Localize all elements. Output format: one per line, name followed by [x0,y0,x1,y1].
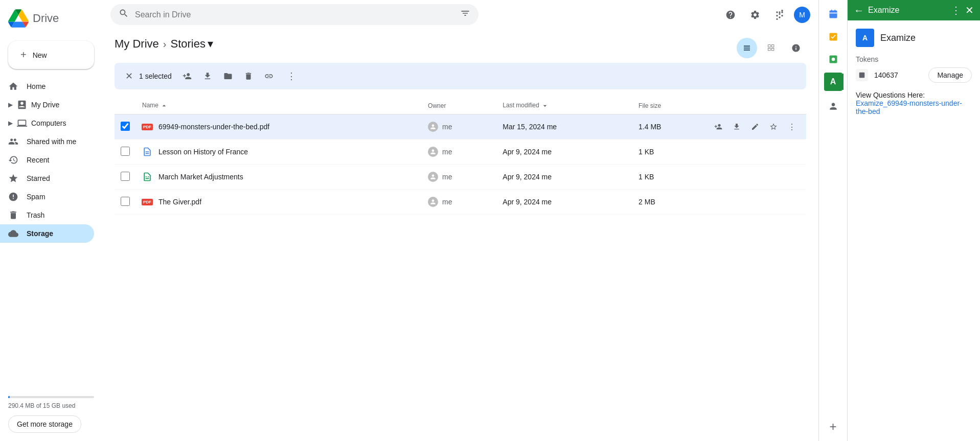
star-row-button[interactable] [765,169,782,185]
my-drive-icon [17,100,27,110]
panel-link[interactable]: Examize_69949-monsters-under-the-bed [856,99,962,115]
sidebar-item-my-drive[interactable]: ▶ My Drive [0,96,94,114]
breadcrumb-parent[interactable]: My Drive [115,37,159,51]
get-more-storage-button[interactable]: Get more storage [8,415,81,433]
file-table: Name Owner Last modified File size [115,98,806,215]
share-row-button[interactable] [710,194,726,210]
download-row-button[interactable] [728,194,745,210]
breadcrumb: My Drive › Stories ▾ [115,37,213,51]
link-action-button[interactable] [260,67,278,85]
grid-view-button[interactable] [761,38,782,58]
selection-toolbar: ✕ 1 selected ⋮ [115,63,806,89]
more-row-button[interactable]: ⋮ [784,144,800,160]
panel-more-button[interactable]: ⋮ [951,4,961,16]
edit-row-button[interactable] [747,194,763,210]
content-area: My Drive › Stories ▾ ✕ [102,29,818,441]
search-bar[interactable] [110,4,478,25]
panel-link-section: View Questions Here: Examize_69949-monst… [856,91,972,115]
more-actions-button[interactable]: ⋮ [282,67,301,85]
deselect-button[interactable]: ✕ [121,68,137,84]
manage-button[interactable]: Manage [928,67,972,83]
shared-icon [8,136,18,147]
col-name[interactable]: Name [136,98,422,114]
breadcrumb-current[interactable]: Stories ▾ [170,37,213,51]
calendar-side-button[interactable] [823,4,844,25]
info-button[interactable] [786,38,806,58]
tokens-value: 140637 [874,71,922,79]
tokens-row: 140637 Manage [856,67,972,83]
contacts-side-button[interactable] [823,96,844,117]
file-name: March Market Adjustments [158,173,243,181]
file-row-actions: ⋮ [704,190,806,215]
share-action-button[interactable] [178,67,196,85]
panel-close-button[interactable]: ✕ [965,4,974,16]
share-row-button[interactable] [710,119,726,135]
settings-button[interactable] [745,5,765,25]
edit-row-button[interactable] [747,119,763,135]
share-row-button[interactable] [710,144,726,160]
sidebar-item-trash[interactable]: Trash [0,206,94,224]
apps-button[interactable] [769,5,790,25]
file-checkbox[interactable] [121,172,130,181]
col-modified[interactable]: Last modified [496,98,632,114]
table-row[interactable]: March Market Adjustments me Apr 9, 2024 … [115,165,806,190]
table-row[interactable]: PDF The Giver.pdf me Apr 9, 2024 me 2 MB [115,190,806,215]
download-row-button[interactable] [728,119,745,135]
star-row-button[interactable] [765,119,782,135]
keep-side-button[interactable] [823,49,844,69]
col-owner[interactable]: Owner [422,98,496,114]
more-row-button[interactable]: ⋮ [784,119,800,135]
breadcrumb-row: My Drive › Stories ▾ [115,37,806,59]
new-button-label: New [33,51,47,59]
sidebar-item-home[interactable]: Home [0,77,94,96]
file-size-cell: 1 KB [632,140,704,165]
examize-side-button[interactable]: A [823,72,844,92]
move-action-button[interactable] [219,67,237,85]
edit-row-button[interactable] [747,144,763,160]
sidebar: Drive + New Home ▶ My Drive ▶ Computers [0,0,102,441]
list-view-button[interactable] [737,38,757,58]
share-row-button[interactable] [710,169,726,185]
file-name-cell: Lesson on History of France [136,140,422,165]
download-row-button[interactable] [728,169,745,185]
sidebar-item-home-label: Home [27,82,45,90]
file-checkbox[interactable] [121,122,130,131]
svg-rect-1 [829,13,837,14]
svg-rect-2 [831,10,832,11]
sidebar-item-storage[interactable]: Storage [0,224,94,243]
storage-bar-fill [8,396,10,398]
new-button[interactable]: + New [8,41,94,69]
sidebar-item-shared-with-me[interactable]: Shared with me [0,132,94,151]
sidebar-item-spam[interactable]: Spam [0,188,94,206]
table-row[interactable]: Lesson on History of France me Apr 9, 20… [115,140,806,165]
edit-row-button[interactable] [747,169,763,185]
delete-action-button[interactable] [239,67,258,85]
file-row-actions: ⋮ [704,140,806,165]
breadcrumb-current-label: Stories [170,37,205,51]
help-button[interactable] [720,5,741,25]
panel-view-questions-text: View Questions Here: [856,91,925,99]
search-input[interactable] [135,10,454,19]
download-row-button[interactable] [728,144,745,160]
avatar[interactable]: M [794,7,810,23]
sidebar-item-starred[interactable]: Starred [0,169,94,188]
sidebar-item-recent[interactable]: Recent [0,151,94,169]
panel-title: Examize [868,6,947,15]
filter-icon[interactable] [460,8,470,21]
star-row-button[interactable] [765,144,782,160]
file-owner: me [442,123,452,131]
download-action-button[interactable] [198,67,217,85]
panel-back-button[interactable]: ← [854,5,864,16]
file-checkbox[interactable] [121,197,130,206]
more-row-button[interactable]: ⋮ [784,194,800,210]
file-modified: Apr 9, 2024 me [503,198,552,206]
file-checkbox[interactable] [121,147,130,156]
file-checkbox-cell [115,140,136,165]
table-row[interactable]: PDF 69949-monsters-under-the-bed.pdf me … [115,114,806,140]
add-side-button[interactable]: + [823,416,844,437]
col-size[interactable]: File size [632,98,704,114]
more-row-button[interactable]: ⋮ [784,169,800,185]
star-row-button[interactable] [765,194,782,210]
tasks-side-button[interactable] [823,27,844,47]
sidebar-item-computers[interactable]: ▶ Computers [0,114,94,132]
